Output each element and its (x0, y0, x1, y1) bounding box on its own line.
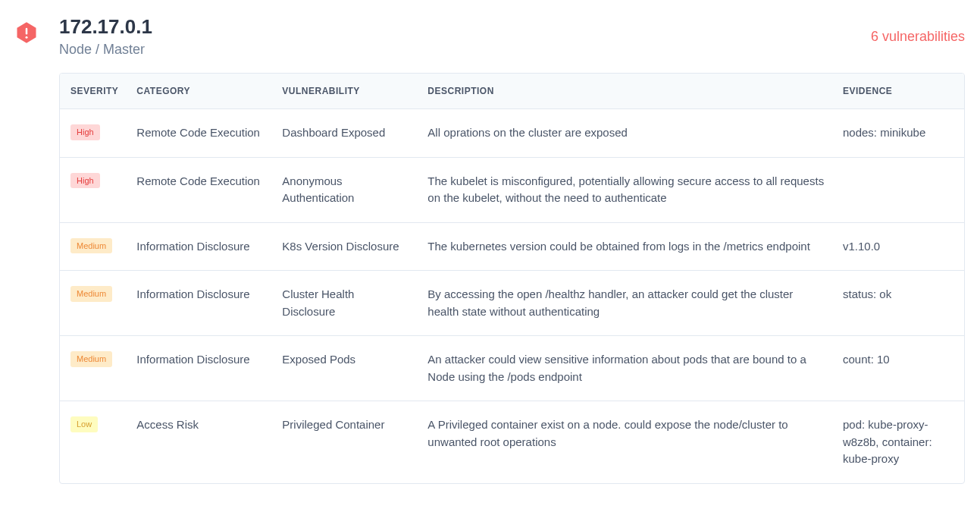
header-vulnerability: VULNERABILITY (273, 74, 418, 109)
cell-category: Information Disclosure (127, 222, 273, 271)
vulnerability-count: 6 vulnerabilities (871, 29, 965, 45)
table-row: MediumInformation DisclosureExposed Pods… (60, 336, 964, 401)
cell-vulnerability: Dashboard Exposed (273, 109, 418, 158)
header-category: CATEGORY (127, 74, 273, 109)
table-row: MediumInformation DisclosureCluster Heal… (60, 271, 964, 336)
svg-rect-0 (26, 28, 28, 35)
svg-point-1 (26, 36, 28, 39)
severity-badge: High (70, 173, 100, 189)
cell-evidence: count: 10 (834, 336, 964, 401)
cell-vulnerability: Exposed Pods (273, 336, 418, 401)
node-role: Node / Master (59, 42, 965, 58)
table-row: HighRemote Code ExecutionDashboard Expos… (60, 109, 964, 158)
cell-evidence: pod: kube-proxy-w8z8b, container: kube-p… (834, 401, 964, 483)
cell-description: All oprations on the cluster are exposed (418, 109, 834, 158)
alert-icon (15, 21, 38, 44)
node-ip: 172.17.0.1 (59, 15, 965, 39)
table-row: HighRemote Code ExecutionAnonymous Authe… (60, 157, 964, 222)
cell-description: The kubernetes version could be obtained… (418, 222, 834, 271)
severity-badge: Medium (70, 238, 112, 254)
cell-category: Information Disclosure (127, 271, 273, 336)
cell-evidence (834, 157, 964, 222)
severity-badge: Medium (70, 286, 112, 302)
severity-badge: High (70, 124, 100, 140)
table-header-row: SEVERITY CATEGORY VULNERABILITY DESCRIPT… (60, 74, 964, 109)
severity-badge: Medium (70, 351, 112, 367)
cell-vulnerability: Cluster Health Disclosure (273, 271, 418, 336)
report-header: 172.17.0.1 Node / Master 6 vulnerabiliti… (15, 15, 965, 58)
cell-description: The kubelet is misconfigured, potentiall… (418, 157, 834, 222)
header-description: DESCRIPTION (418, 74, 834, 109)
header-severity: SEVERITY (60, 74, 127, 109)
table-row: LowAccess RiskPrivileged ContainerA Priv… (60, 401, 964, 483)
cell-vulnerability: Privileged Container (273, 401, 418, 483)
cell-vulnerability: Anonymous Authentication (273, 157, 418, 222)
cell-evidence: status: ok (834, 271, 964, 336)
cell-category: Access Risk (127, 401, 273, 483)
table-row: MediumInformation DisclosureK8s Version … (60, 222, 964, 271)
severity-badge: Low (70, 416, 98, 432)
cell-evidence: v1.10.0 (834, 222, 964, 271)
cell-description: A Privileged container exist on a node. … (418, 401, 834, 483)
cell-vulnerability: K8s Version Disclosure (273, 222, 418, 271)
cell-category: Information Disclosure (127, 336, 273, 401)
cell-category: Remote Code Execution (127, 157, 273, 222)
cell-description: An attacker could view sensitive informa… (418, 336, 834, 401)
cell-description: By accessing the open /healthz handler, … (418, 271, 834, 336)
vulnerabilities-table-wrapper: SEVERITY CATEGORY VULNERABILITY DESCRIPT… (59, 73, 965, 484)
cell-category: Remote Code Execution (127, 109, 273, 158)
vulnerabilities-table: SEVERITY CATEGORY VULNERABILITY DESCRIPT… (60, 74, 964, 483)
cell-evidence: nodes: minikube (834, 109, 964, 158)
header-evidence: EVIDENCE (834, 74, 964, 109)
